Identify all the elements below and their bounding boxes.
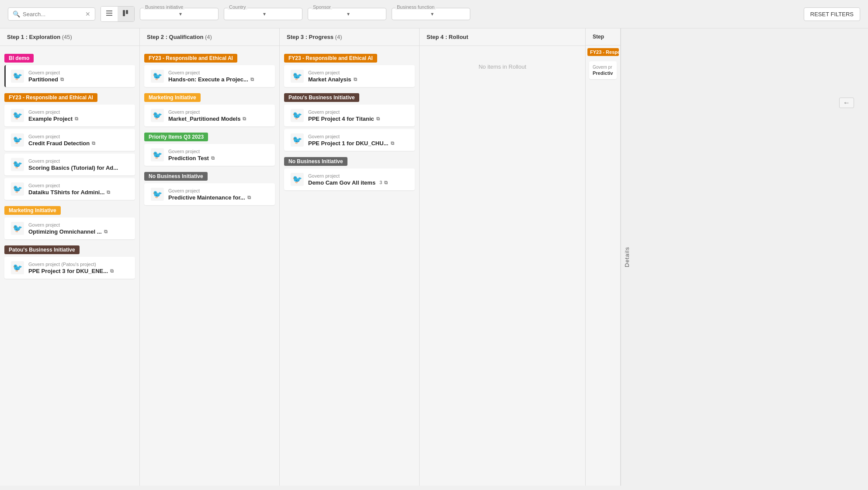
column-step5-partial: Step FY23 - Respons Govern pr Predictiv [586,28,621,486]
card-demo-cam[interactable]: 🐦 Govern project Demo Cam Gov All items … [284,168,415,190]
close-icon[interactable]: ✕ [85,10,90,18]
card-info-example: Govern project Example Project ⧉ [28,109,130,122]
column-body-step3[interactable]: FY23 - Responsible and Ethical AI 🐦 Gove… [280,46,419,486]
external-link-icon[interactable]: ⧉ [247,195,251,200]
external-link-icon[interactable]: ⧉ [354,77,357,82]
partial-card-type: Govern pr [593,65,613,70]
card-example-project[interactable]: 🐦 Govern project Example Project ⧉ [4,105,135,126]
initiative-fy23-3: FY23 - Responsible and Ethical AI [284,54,377,63]
sponsor-filter[interactable]: Sponsor ▾ [308,8,386,20]
bird-icon: 🐦 [11,182,24,196]
card-type: Govern project [308,134,410,139]
external-link-icon[interactable]: ⧉ [250,77,254,82]
search-input[interactable] [23,11,83,18]
step3-separator: : [306,34,309,40]
step1-separator: : [26,34,29,40]
initiative-bi-demo: BI demo [4,54,34,63]
card-omnichannel[interactable]: 🐦 Govern project Optimizing Omnichannel … [4,217,135,239]
no-items-rollout: No items in Rollout [424,50,581,83]
column-header-step3: Step 3 : Progress (4) [280,28,419,46]
card-handson[interactable]: 🐦 Govern project Hands-on: Execute a Pro… [144,65,275,87]
kanban-view-button[interactable] [118,7,134,21]
card-market-analysis[interactable]: 🐦 Govern project Market Analysis ⧉ [284,65,415,87]
column-header-step4: Step 4 : Rollout [420,28,585,46]
column-body-step4: No items in Rollout [420,46,585,486]
card-type: Govern project [28,183,130,188]
initiative-fy23-2: FY23 - Responsible and Ethical AI [144,54,237,63]
filter-bar: 🔍 ✕ Kanban view Business initiative ▾ Co… [0,0,868,28]
bird-icon: 🐦 [11,109,24,122]
search-box[interactable]: 🔍 ✕ [8,7,95,21]
business-function-filter[interactable]: Business function ▾ [392,8,470,20]
external-link-icon[interactable]: ⧉ [211,155,215,161]
card-info-credit: Govern project Credit Fraud Detection ⧉ [28,134,130,147]
initiative-priority: Priority Items Q3 2023 [144,133,208,141]
badge-count: 3 [379,180,382,185]
card-type: Govern project [168,70,270,75]
external-link-icon[interactable]: ⧉ [110,268,114,274]
card-title-ppe3: PPE Project 3 for DKU_ENE... ⧉ [28,268,130,274]
bird-icon: 🐦 [291,173,304,186]
card-credit-fraud[interactable]: 🐦 Govern project Credit Fraud Detection … [4,129,135,151]
card-title-democam: Demo Cam Gov All items 3 ⧉ [308,179,410,186]
external-link-icon[interactable]: ⧉ [60,77,64,82]
card-title-omni: Optimizing Omnichannel ... ⧉ [28,228,130,235]
card-ppe3[interactable]: 🐦 Govern project (Patou's project) PPE P… [4,257,135,279]
external-link-icon[interactable]: ⧉ [75,116,78,122]
bird-icon: 🐦 [11,158,24,171]
external-link-icon[interactable]: ⧉ [391,140,394,146]
card-info-tshirts: Govern project Dataiku TShirts for Admin… [28,183,130,196]
svg-rect-1 [106,13,112,14]
details-label: Details [624,247,630,267]
bird-icon: 🐦 [151,148,164,161]
card-predictive-maint[interactable]: 🐦 Govern project Predictive Maintenance … [144,183,275,205]
chevron-down-icon-3: ▾ [347,11,382,17]
card-type: Govern project [168,188,270,193]
list-view-button[interactable] [101,7,118,21]
initiative-patou-1: Patou's Business Initiative [4,245,80,254]
step4-separator: : [445,34,449,40]
card-type: Govern project [308,109,410,115]
initiative-no-bi-2: No Business Initiative [284,157,347,166]
external-link-icon[interactable]: ⧉ [107,189,110,195]
column-header-step5: Step [586,28,620,46]
external-link-icon[interactable]: ⧉ [243,116,246,122]
search-icon: 🔍 [13,10,20,18]
card-type: Govern project [28,158,130,164]
card-info-ppe4: Govern project PPE Project 4 for Titanic… [308,109,410,122]
card-partitioned[interactable]: 🐦 Govern project Partitioned ⧉ [4,65,135,87]
external-link-icon[interactable]: ⧉ [104,229,108,234]
column-body-step1[interactable]: BI demo 🐦 Govern project Partitioned ⧉ F… [0,46,139,486]
business-initiative-label: Business initiative [144,4,184,10]
external-link-icon[interactable]: ⧉ [384,180,388,186]
partial-card-predictiv[interactable]: Govern pr Predictiv [589,61,617,79]
card-title-tshirts: Dataiku TShirts for Admini... ⧉ [28,189,130,196]
card-scoring-basics[interactable]: 🐦 Govern project Scoring Basics (Tutoria… [4,154,135,175]
card-info-democam: Govern project Demo Cam Gov All items 3 … [308,173,410,186]
external-link-icon[interactable]: ⧉ [376,116,380,122]
card-info-mktpart: Govern project Market_Partitioned Models… [168,109,270,122]
bird-icon: 🐦 [11,222,24,235]
card-ppe4[interactable]: 🐦 Govern project PPE Project 4 for Titan… [284,105,415,126]
card-dataiku-tshirts[interactable]: 🐦 Govern project Dataiku TShirts for Adm… [4,178,135,200]
card-market-partitioned[interactable]: 🐦 Govern project Market_Partitioned Mode… [144,105,275,126]
card-info-partitioned: Govern project Partitioned ⧉ [28,70,130,83]
step5-label: Step [593,34,604,40]
bird-icon: 🐦 [11,261,24,274]
card-info-omni: Govern project Optimizing Omnichannel ..… [28,222,130,235]
reset-filters-button[interactable]: RESET FILTERS [804,7,860,21]
card-ppe1[interactable]: 🐦 Govern project PPE Project 1 for DKU_C… [284,129,415,151]
bird-icon: 🐦 [151,109,164,122]
country-filter[interactable]: Country ▾ [224,8,302,20]
business-initiative-filter[interactable]: Business initiative ▾ [140,8,219,20]
external-link-icon[interactable]: ⧉ [92,140,95,146]
card-prediction-test[interactable]: 🐦 Govern project Prediction Test ⧉ [144,144,275,166]
column-body-step2[interactable]: FY23 - Responsible and Ethical AI 🐦 Gove… [140,46,279,486]
card-type: Govern project [168,109,270,115]
svg-rect-0 [106,10,112,11]
scroll-right-arrow[interactable]: ← [839,98,854,108]
step2-name: Qualification [169,34,204,40]
initiative-marketing-2: Marketing Initiative [144,93,201,102]
initiative-marketing-1: Marketing Initiative [4,206,61,215]
details-panel[interactable]: Details [621,28,633,486]
